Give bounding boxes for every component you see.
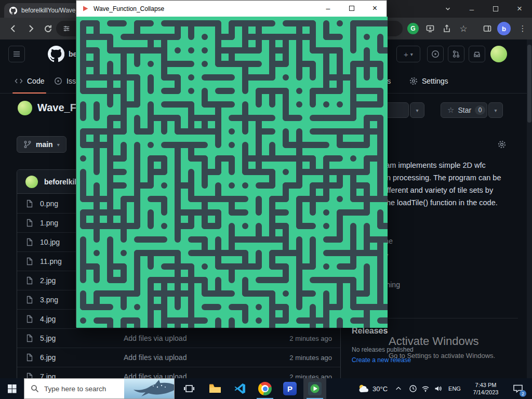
branch-selector[interactable]: main ▾ bbox=[17, 136, 66, 153]
desktop: beforelkillYou/Wave_Function_Collapse – … bbox=[0, 0, 532, 399]
about-settings-icon[interactable] bbox=[498, 140, 506, 151]
file-explorer-icon[interactable] bbox=[204, 378, 227, 399]
side-panel-icon[interactable] bbox=[478, 20, 496, 37]
profile-avatar[interactable]: b bbox=[497, 22, 511, 35]
forward-icon[interactable] bbox=[22, 20, 39, 37]
commit-time: 2 minutes ago bbox=[289, 354, 332, 362]
commit-message[interactable]: Add files via upload bbox=[124, 334, 289, 342]
window-minimize-button[interactable]: – bbox=[463, 0, 480, 18]
chevron-down-icon: ▾ bbox=[494, 108, 497, 113]
file-icon bbox=[25, 238, 34, 246]
file-icon bbox=[25, 276, 34, 285]
wifi-icon[interactable] bbox=[420, 378, 431, 399]
language-indicator[interactable]: ENG bbox=[446, 378, 463, 399]
back-icon[interactable] bbox=[5, 20, 22, 37]
commit-time: 2 minutes ago bbox=[289, 335, 332, 342]
taskbar-search[interactable]: Type here to search bbox=[24, 378, 175, 399]
file-row[interactable]: 5.jpg Add files via upload 2 minutes ago bbox=[17, 328, 340, 348]
file-icon bbox=[25, 257, 34, 265]
create-new-button[interactable]: + ▾ bbox=[396, 46, 420, 62]
issues-icon-button[interactable] bbox=[427, 46, 444, 62]
sketch-titlebar[interactable]: Wave_Function_Collapse – × bbox=[76, 1, 387, 17]
taskbar-time: 7:43 PM bbox=[473, 381, 499, 389]
clock-tray-icon[interactable] bbox=[407, 378, 419, 399]
task-view-button[interactable] bbox=[179, 378, 200, 399]
weather-widget[interactable]: 30°C bbox=[356, 378, 389, 399]
pull-requests-icon-button[interactable] bbox=[448, 46, 464, 62]
branch-icon bbox=[23, 140, 32, 149]
chevron-down-icon: ▾ bbox=[416, 108, 418, 113]
search-highlight-image[interactable] bbox=[124, 379, 174, 399]
plus-icon: + bbox=[404, 50, 408, 59]
hidden-icons-chevron[interactable] bbox=[393, 378, 404, 399]
releases-empty-text: No releases published bbox=[352, 346, 414, 353]
taskbar-clock[interactable]: 7:43 PM 7/14/2023 bbox=[466, 378, 506, 399]
taskbar-date: 7/14/2023 bbox=[473, 389, 499, 396]
file-icon bbox=[25, 373, 34, 378]
file-name[interactable]: 6.jpg bbox=[40, 353, 124, 362]
sketch-minimize-button[interactable]: – bbox=[316, 1, 340, 16]
tab-code[interactable]: Code bbox=[12, 69, 46, 94]
maximize-icon bbox=[493, 6, 498, 11]
sketch-window: Wave_Function_Collapse – × bbox=[76, 0, 387, 327]
github-logo[interactable] bbox=[48, 46, 64, 62]
star-icon: ☆ bbox=[447, 105, 454, 115]
file-row[interactable]: 6.jpg Add files via upload 2 minutes ago bbox=[17, 348, 340, 367]
action-center-button[interactable]: 2 bbox=[508, 378, 528, 399]
reload-icon[interactable] bbox=[39, 20, 57, 37]
share-icon[interactable] bbox=[438, 20, 456, 37]
sketch-window-icon bbox=[82, 5, 89, 12]
vscode-icon[interactable] bbox=[229, 378, 251, 399]
window-maximize-button[interactable] bbox=[487, 0, 504, 18]
weather-temp: 30°C bbox=[373, 385, 388, 393]
tab-search-icon[interactable] bbox=[440, 0, 456, 18]
file-icon bbox=[25, 219, 34, 227]
gear-icon bbox=[409, 77, 418, 85]
sketch-close-button[interactable]: × bbox=[363, 1, 387, 16]
hamburger-menu-button[interactable] bbox=[8, 46, 25, 62]
star-dropdown[interactable]: ▾ bbox=[488, 102, 503, 118]
file-row[interactable]: 7.jpg Add files via upload 2 minutes ago bbox=[17, 367, 340, 378]
extension-badge: G bbox=[407, 23, 419, 34]
search-icon bbox=[31, 384, 39, 393]
page-scrollbar[interactable] bbox=[527, 39, 532, 378]
tune-icon bbox=[62, 24, 71, 33]
file-icon bbox=[25, 296, 34, 304]
contributor-avatar[interactable] bbox=[25, 176, 38, 188]
window-close-button[interactable]: × bbox=[511, 0, 528, 18]
commit-message[interactable]: Add files via upload bbox=[124, 353, 289, 362]
inbox-icon-button[interactable] bbox=[469, 46, 485, 62]
browser-menu-icon[interactable]: ⋮ bbox=[514, 20, 531, 37]
tab-sett1ngs[interactable]: Settings bbox=[407, 69, 450, 94]
file-icon bbox=[25, 315, 34, 323]
notification-badge: 2 bbox=[520, 390, 526, 397]
sketch-taskbar-icon[interactable] bbox=[303, 378, 326, 399]
taskbar: Type here to search P bbox=[0, 378, 532, 399]
start-button[interactable] bbox=[0, 378, 24, 399]
file-name[interactable]: 7.jpg bbox=[40, 373, 124, 378]
user-avatar[interactable] bbox=[490, 46, 507, 62]
sketch-maximize-button[interactable] bbox=[340, 1, 363, 16]
chevron-down-icon: ▾ bbox=[410, 51, 413, 57]
chrome-icon[interactable] bbox=[254, 378, 276, 399]
fork-dropdown[interactable]: ▾ bbox=[410, 102, 424, 118]
commit-time: 2 minutes ago bbox=[289, 373, 332, 379]
repo-owner-avatar[interactable] bbox=[18, 101, 32, 115]
install-app-icon[interactable] bbox=[421, 20, 439, 37]
extension-icon[interactable]: G bbox=[404, 20, 422, 37]
search-placeholder: Type here to search bbox=[44, 385, 106, 393]
maximize-icon bbox=[349, 6, 354, 11]
bookmark-star-icon[interactable]: ☆ bbox=[455, 20, 472, 37]
file-name[interactable]: 5.jpg bbox=[40, 334, 124, 342]
star-count: 0 bbox=[475, 105, 485, 115]
scrollbar-thumb[interactable] bbox=[527, 45, 531, 123]
star-button[interactable]: ☆ Star 0 bbox=[441, 102, 487, 118]
chevron-down-icon: ▾ bbox=[57, 142, 60, 148]
sketch-window-title: Wave_Function_Collapse bbox=[94, 5, 164, 12]
chrome-logo bbox=[258, 382, 272, 395]
create-release-link[interactable]: Create a new release bbox=[352, 356, 411, 364]
branch-name: main bbox=[36, 140, 53, 149]
processing-icon[interactable]: P bbox=[278, 378, 301, 399]
commit-message[interactable]: Add files via upload bbox=[124, 373, 289, 378]
volume-icon[interactable] bbox=[432, 378, 444, 399]
